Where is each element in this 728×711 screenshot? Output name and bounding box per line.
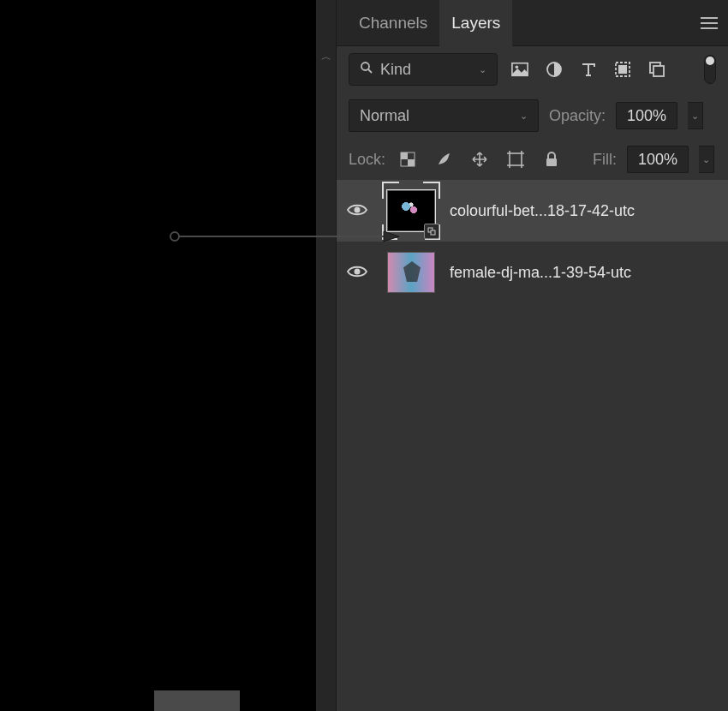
svg-rect-9 (401, 152, 408, 159)
visibility-toggle[interactable] (342, 202, 373, 220)
svg-point-0 (361, 63, 369, 70)
filter-kind-dropdown[interactable]: Kind ⌄ (349, 53, 498, 86)
filter-toggle[interactable] (704, 55, 716, 84)
fill-input[interactable]: 100% (627, 146, 689, 173)
filter-adjustment-icon[interactable] (542, 57, 566, 81)
svg-rect-12 (546, 158, 557, 166)
lock-label: Lock: (349, 151, 385, 169)
panel-dock: ︿ (316, 0, 337, 711)
filter-type-icon[interactable] (576, 57, 600, 81)
panel-menu-icon[interactable] (701, 17, 718, 29)
opacity-input[interactable]: 100% (616, 102, 677, 129)
blend-mode-value: Normal (360, 107, 409, 125)
lock-row: Lock: Fill: 100% ⌄ (337, 139, 728, 180)
fill-label: Fill: (593, 151, 617, 169)
panel-tab-bar: Channels Layers (337, 0, 728, 46)
blend-mode-dropdown[interactable]: Normal ⌄ (349, 99, 539, 132)
svg-rect-15 (431, 230, 435, 235)
svg-rect-7 (653, 66, 664, 76)
opacity-label: Opacity: (549, 107, 606, 125)
svg-point-2 (516, 65, 519, 69)
lock-position-icon[interactable] (468, 147, 492, 171)
layer-thumbnail[interactable] (385, 246, 438, 299)
smart-object-badge-icon (424, 224, 439, 239)
svg-rect-10 (408, 159, 415, 166)
lock-transparency-icon[interactable] (396, 147, 420, 171)
tab-channels[interactable]: Channels (347, 0, 439, 46)
filter-pixel-icon[interactable] (508, 57, 532, 81)
layer-name[interactable]: colourful-bet...18-17-42-utc (450, 202, 723, 220)
blend-row: Normal ⌄ Opacity: 100% ⌄ (337, 93, 728, 139)
svg-rect-5 (618, 65, 627, 74)
scrollbar-horizontal[interactable] (154, 690, 240, 711)
filter-kind-label: Kind (380, 61, 411, 79)
visibility-toggle[interactable] (342, 264, 373, 282)
filter-shape-icon[interactable] (611, 57, 635, 81)
svg-point-13 (355, 206, 361, 212)
chevron-down-icon: ⌄ (520, 111, 528, 122)
search-icon (360, 61, 373, 79)
layer-filter-row: Kind ⌄ (337, 46, 728, 93)
lock-artboard-icon[interactable] (504, 147, 528, 171)
svg-point-16 (355, 268, 361, 274)
lock-pixels-icon[interactable] (432, 147, 456, 171)
filter-smartobject-icon[interactable] (645, 57, 669, 81)
chevron-up-icon[interactable]: ︿ (321, 50, 331, 64)
tab-layers[interactable]: Layers (439, 0, 512, 46)
layer-thumbnail[interactable] (385, 184, 438, 237)
layers-panel: Channels Layers Kind ⌄ (337, 0, 728, 711)
canvas-area[interactable] (0, 0, 316, 711)
layer-row[interactable]: female-dj-ma...1-39-54-utc (337, 242, 728, 303)
chevron-down-icon: ⌄ (479, 64, 486, 75)
layer-list: colourful-bet...18-17-42-utc female-dj-m… (337, 180, 728, 711)
svg-rect-11 (510, 153, 522, 165)
layer-row[interactable]: colourful-bet...18-17-42-utc (337, 180, 728, 242)
opacity-stepper[interactable]: ⌄ (688, 102, 703, 129)
layer-name[interactable]: female-dj-ma...1-39-54-utc (450, 264, 723, 282)
lock-all-icon[interactable] (540, 147, 564, 171)
fill-stepper[interactable]: ⌄ (699, 146, 714, 173)
